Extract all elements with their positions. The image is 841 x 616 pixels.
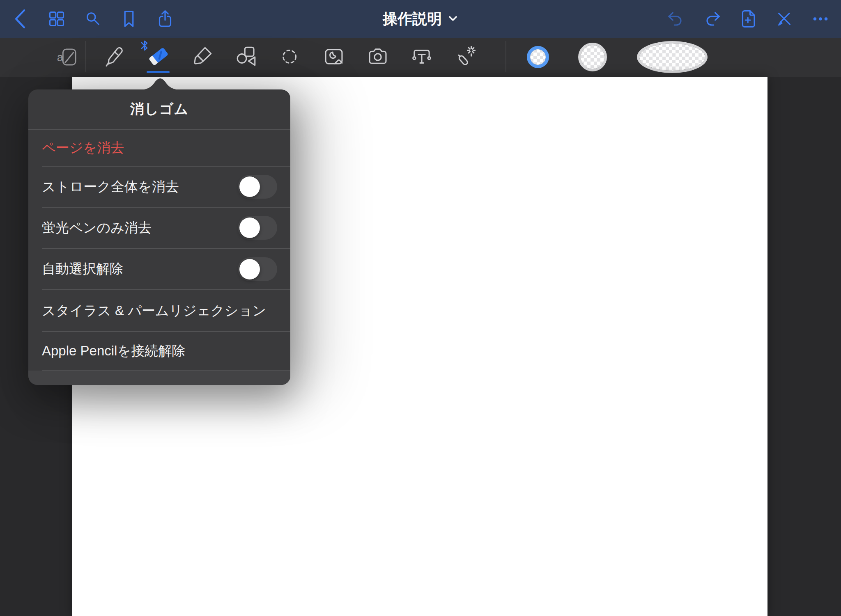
menu-item-auto-deselect: 自動選択解除: [28, 249, 290, 289]
image-tool-button[interactable]: [321, 44, 347, 70]
pen-icon: [102, 45, 126, 69]
share-icon: [155, 9, 175, 29]
menu-item-label: ストローク全体を消去: [42, 178, 179, 196]
search-icon: [83, 9, 103, 29]
add-page-button[interactable]: [738, 7, 758, 30]
toggle-erase-highlighter-only[interactable]: [238, 216, 277, 240]
toolbar-separator: [506, 41, 506, 72]
search-button[interactable]: [83, 7, 103, 30]
highlighter-tool-button[interactable]: [189, 44, 215, 70]
share-button[interactable]: [155, 7, 175, 30]
menu-item-label: 自動選択解除: [42, 260, 123, 278]
shapes-tool-button[interactable]: [233, 44, 259, 70]
document-title[interactable]: 操作説明: [383, 0, 458, 38]
pen-tool-button[interactable]: [101, 44, 127, 70]
menu-item-disconnect-apple-pencil[interactable]: Apple Pencilを接続解除: [28, 332, 290, 370]
camera-tool-button[interactable]: [365, 44, 391, 70]
redo-icon: [702, 9, 722, 29]
popover-footer: [28, 371, 290, 385]
navbar-right-group: [666, 0, 830, 38]
laser-pointer-tool-button[interactable]: [453, 44, 479, 70]
menu-item-erase-entire-stroke: ストローク全体を消去: [28, 167, 290, 207]
ellipsis-icon: [811, 9, 830, 29]
undo-button[interactable]: [666, 7, 686, 30]
camera-icon: [366, 45, 390, 69]
highlighter-icon: [190, 45, 214, 69]
laser-pointer-icon: [454, 45, 478, 69]
toggle-knob: [239, 176, 260, 197]
workspace: 消しゴム ページを消去 ストローク全体を消去 蛍光ペンのみ消去 自動選択解除: [0, 77, 841, 616]
document-title-label: 操作説明: [383, 9, 442, 29]
menu-item-label: Apple Pencilを接続解除: [42, 342, 185, 360]
navbar-left-group: [11, 0, 175, 38]
toggle-auto-deselect[interactable]: [238, 257, 277, 281]
thumbnails-button[interactable]: [47, 7, 67, 30]
eraser-size-medium[interactable]: [578, 43, 607, 71]
menu-item-erase-highlighter-only: 蛍光ペンのみ消去: [28, 208, 290, 248]
bluetooth-icon: [140, 39, 149, 52]
more-button[interactable]: [811, 7, 830, 30]
svg-text:a: a: [57, 51, 64, 64]
menu-item-stylus-palm-rejection[interactable]: スタイラス & パームリジェクション: [28, 290, 290, 331]
menu-item-label: 蛍光ペンのみ消去: [42, 219, 152, 237]
eraser-popover: 消しゴム ページを消去 ストローク全体を消去 蛍光ペンのみ消去 自動選択解除: [28, 89, 290, 385]
stylus-toggle-button[interactable]: [774, 7, 794, 30]
text-icon: [410, 45, 434, 69]
app-screen: 操作説明: [0, 0, 841, 616]
lasso-icon: [278, 45, 302, 69]
menu-item-label: ページを消去: [42, 139, 124, 157]
document-mode-button[interactable]: a: [55, 44, 81, 70]
redo-button[interactable]: [702, 7, 722, 30]
eraser-size-small[interactable]: [527, 46, 549, 68]
chevron-down-icon: [448, 10, 458, 27]
toolbar-separator: [85, 41, 86, 72]
menu-item-erase-page[interactable]: ページを消去: [28, 130, 290, 166]
eraser-size-large[interactable]: [637, 41, 708, 73]
text-tool-button[interactable]: [409, 44, 435, 70]
document-mode-icon: a: [56, 45, 80, 69]
lasso-tool-button[interactable]: [277, 44, 303, 70]
shapes-icon: [234, 45, 258, 69]
undo-icon: [666, 9, 686, 29]
popover-title: 消しゴム: [28, 89, 290, 129]
add-page-icon: [738, 9, 758, 29]
stylus-crossed-icon: [774, 9, 794, 29]
eraser-icon: [145, 44, 171, 69]
toolbar: a: [0, 38, 841, 77]
back-chevron-icon: [11, 7, 30, 31]
bookmark-icon: [119, 9, 139, 29]
popover-arrow: [142, 78, 179, 92]
toggle-knob: [239, 218, 260, 238]
eraser-tool-button[interactable]: [145, 44, 171, 70]
back-button[interactable]: [11, 7, 30, 30]
navbar: 操作説明: [0, 0, 841, 38]
grid-icon: [47, 9, 67, 29]
bookmark-button[interactable]: [119, 7, 139, 30]
toggle-knob: [239, 259, 260, 279]
image-icon: [322, 45, 346, 69]
menu-item-label: スタイラス & パームリジェクション: [42, 302, 266, 320]
toggle-erase-entire-stroke[interactable]: [238, 175, 277, 199]
